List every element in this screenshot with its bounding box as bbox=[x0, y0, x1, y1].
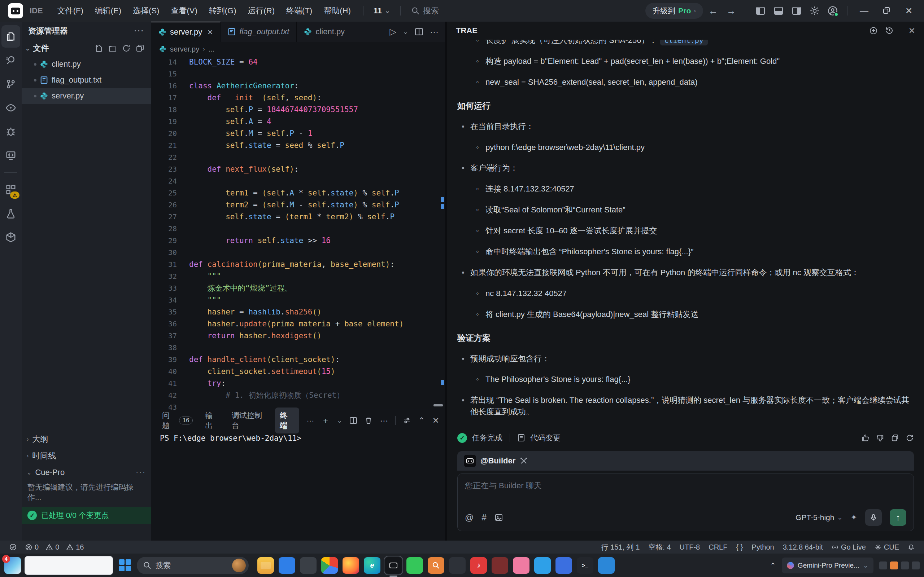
tray-icon[interactable] bbox=[879, 561, 887, 569]
menu-转到G[interactable]: 转到(G) bbox=[203, 3, 242, 19]
model-widget-pill[interactable]: Gemini-Pro Previe... ⌄ bbox=[782, 558, 874, 574]
file-item-server.py[interactable]: server.py bbox=[22, 88, 151, 104]
debug-icon[interactable] bbox=[2, 121, 20, 143]
toggle-left-panel-icon[interactable] bbox=[753, 3, 769, 19]
new-terminal-button[interactable]: ＋ bbox=[321, 415, 330, 426]
status-error-count[interactable]: 0 bbox=[22, 543, 42, 551]
account-avatar[interactable] bbox=[825, 3, 841, 19]
chevron-down-icon[interactable]: ⌄ bbox=[403, 28, 408, 36]
files-icon[interactable] bbox=[2, 25, 20, 48]
tab-client.py[interactable]: client.py bbox=[297, 22, 352, 42]
collapse-all-button[interactable] bbox=[136, 44, 144, 53]
app-store-blue[interactable] bbox=[279, 557, 295, 574]
model-selector[interactable]: GPT-5-high ⌄ bbox=[795, 513, 842, 522]
upgrade-pro-button[interactable]: 升级到 Pro › bbox=[645, 3, 703, 19]
voice-input-button[interactable] bbox=[865, 509, 882, 526]
app-bilibili[interactable] bbox=[513, 557, 530, 574]
status-crlf[interactable]: CRLF bbox=[705, 543, 731, 551]
project-switcher[interactable]: 11 ⌄ bbox=[370, 4, 394, 18]
tray-alert-icon[interactable] bbox=[890, 561, 898, 569]
app-qq[interactable] bbox=[534, 557, 551, 574]
app-player-dark[interactable] bbox=[449, 557, 465, 574]
live-preview-icon[interactable] bbox=[2, 144, 20, 167]
menu-终端T[interactable]: 终端(T) bbox=[281, 3, 318, 19]
toggle-right-panel-icon[interactable] bbox=[789, 3, 804, 19]
close-panel-button[interactable]: ✕ bbox=[432, 416, 439, 425]
menu-帮助H[interactable]: 帮助(H) bbox=[318, 3, 357, 19]
global-search[interactable]: 搜索 bbox=[407, 3, 443, 18]
app-app-green[interactable] bbox=[406, 557, 423, 574]
settings-gear-icon[interactable] bbox=[807, 3, 822, 19]
chat-history-button[interactable] bbox=[885, 26, 894, 35]
regenerate-icon[interactable] bbox=[906, 434, 914, 442]
status-bell[interactable] bbox=[904, 544, 918, 551]
panel-tab-输出[interactable]: 输出 bbox=[200, 408, 225, 434]
menu-运行R[interactable]: 运行(R) bbox=[242, 3, 281, 19]
status-cue[interactable]: CUE bbox=[871, 543, 903, 551]
search-icon[interactable] bbox=[2, 49, 20, 71]
outline-section[interactable]: › 大纲 bbox=[22, 431, 151, 448]
minimize-button[interactable]: — bbox=[854, 3, 874, 19]
mention-button[interactable]: @ bbox=[465, 513, 473, 522]
run-file-button[interactable]: ▷ bbox=[389, 27, 396, 37]
taskbar-search[interactable]: 搜索 bbox=[137, 557, 249, 574]
new-file-button[interactable] bbox=[95, 44, 103, 53]
status-python[interactable]: Python bbox=[748, 543, 777, 551]
flask-icon[interactable] bbox=[2, 202, 20, 225]
tray-icon[interactable] bbox=[912, 561, 920, 569]
status-warning-count[interactable]: 0 bbox=[42, 543, 63, 551]
editor-more-button[interactable]: ··· bbox=[430, 27, 439, 37]
menu-编辑E[interactable]: 编辑(E) bbox=[89, 3, 127, 19]
refresh-button[interactable] bbox=[122, 44, 131, 53]
app-edge[interactable]: e bbox=[364, 557, 380, 574]
app-music-darkred[interactable] bbox=[492, 557, 508, 574]
breadcrumb[interactable]: server.py › ... bbox=[151, 42, 445, 56]
explorer-more-button[interactable]: ··· bbox=[134, 26, 144, 36]
box-icon[interactable] bbox=[2, 226, 20, 248]
panel-settings-icon[interactable] bbox=[403, 416, 411, 424]
tray-icon[interactable] bbox=[901, 561, 909, 569]
file-link-chip[interactable]: client.py bbox=[660, 40, 708, 45]
close-tab-icon[interactable]: ✕ bbox=[207, 28, 213, 36]
app-chrome[interactable] bbox=[321, 557, 338, 574]
panel-more-button[interactable]: ··· bbox=[380, 416, 388, 425]
close-assistant-button[interactable]: ✕ bbox=[908, 26, 915, 36]
status--151-1[interactable]: 行 151, 列 1 bbox=[598, 542, 643, 552]
remote-indicator-icon[interactable] bbox=[6, 543, 20, 551]
status-go-live[interactable]: Go Live bbox=[828, 543, 869, 551]
timeline-section[interactable]: › 时间线 bbox=[22, 448, 151, 464]
app-trae[interactable] bbox=[385, 557, 402, 574]
forward-button[interactable]: → bbox=[723, 3, 739, 19]
app-search-orange[interactable] bbox=[428, 557, 444, 574]
panel-tab-调试控制台[interactable]: 调试控制台 bbox=[227, 408, 273, 434]
window-preview-thumbnail[interactable] bbox=[24, 556, 113, 575]
file-item-client.py[interactable]: client.py bbox=[22, 56, 151, 72]
files-section-header[interactable]: ⌄ 文件 bbox=[22, 40, 151, 56]
status-utf-8[interactable]: UTF-8 bbox=[676, 543, 704, 551]
cue-pro-more-button[interactable]: ··· bbox=[136, 468, 146, 477]
chat-input-box[interactable]: 您正在与 Builder 聊天 @ # GPT-5-high ⌄ ✦ ↑ bbox=[457, 474, 914, 531]
send-button[interactable]: ↑ bbox=[890, 509, 906, 526]
status-3-12-8-64-bit[interactable]: 3.12.8 64-bit bbox=[779, 543, 827, 551]
preview-eye-icon[interactable] bbox=[2, 97, 20, 119]
new-folder-button[interactable] bbox=[108, 44, 117, 53]
thumbs-down-icon[interactable] bbox=[876, 434, 884, 442]
close-button[interactable]: ✕ bbox=[899, 3, 919, 19]
new-chat-button[interactable] bbox=[869, 26, 878, 35]
thumbs-up-icon[interactable] bbox=[861, 434, 869, 442]
app-folder[interactable] bbox=[257, 557, 274, 574]
split-editor-button[interactable] bbox=[415, 27, 423, 36]
source-control-icon[interactable] bbox=[2, 73, 20, 95]
menu-查看V[interactable]: 查看(V) bbox=[165, 3, 203, 19]
code-editor[interactable]: 14BLOCK_SIZE = 641516class AethericGener… bbox=[151, 56, 445, 410]
panel-tab-终端[interactable]: 终端 bbox=[275, 408, 300, 434]
app-code-blue[interactable] bbox=[598, 557, 615, 574]
panel-tab-问题[interactable]: 问题16 bbox=[157, 408, 198, 434]
widgets-weather[interactable]: 4 bbox=[4, 557, 21, 574]
cue-pro-section[interactable]: ⌄ Cue-Pro ··· bbox=[22, 464, 151, 481]
start-button[interactable] bbox=[116, 557, 133, 574]
app-app-blue2[interactable] bbox=[556, 557, 572, 574]
copy-icon[interactable] bbox=[891, 434, 899, 442]
attach-image-button[interactable] bbox=[494, 513, 503, 522]
restore-button[interactable] bbox=[876, 3, 897, 19]
